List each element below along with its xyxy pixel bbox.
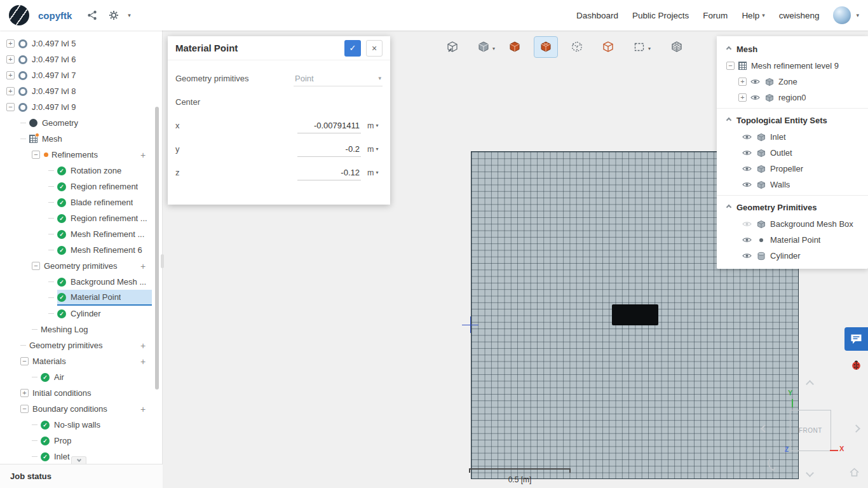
scene-item-outlet[interactable]: Outlet xyxy=(717,145,868,161)
scene-item-cylinder[interactable]: Cylinder xyxy=(717,248,868,264)
expand-icon[interactable] xyxy=(738,78,747,86)
user-menu[interactable]: ▾ xyxy=(833,6,859,24)
tree-item-j0497-lvl7[interactable]: J:0.497 lvl 7 xyxy=(0,67,162,83)
scene-item-walls[interactable]: Walls xyxy=(717,177,868,193)
visibility-eye-off-icon[interactable] xyxy=(742,220,752,227)
collapse-icon[interactable] xyxy=(6,103,15,111)
visibility-eye-icon[interactable] xyxy=(742,149,752,156)
z-input[interactable] xyxy=(297,165,361,180)
scene-item-propeller[interactable]: Propeller xyxy=(717,161,868,177)
nav-forum[interactable]: Forum xyxy=(703,11,728,20)
geometry-primitives-select[interactable]: Point ▾ xyxy=(294,71,383,86)
scene-item-inlet[interactable]: Inlet xyxy=(717,129,868,145)
visibility-eye-icon[interactable] xyxy=(742,133,752,140)
add-primitive-icon[interactable] xyxy=(138,341,148,351)
tree-item-background-mesh[interactable]: Background Mesh ... xyxy=(0,274,162,290)
transparent-view-icon[interactable] xyxy=(597,37,620,57)
collapse-icon[interactable] xyxy=(20,357,29,365)
selected-row-highlight[interactable]: Material Point xyxy=(57,290,152,306)
visibility-eye-icon[interactable] xyxy=(742,252,752,259)
visibility-eye-icon[interactable] xyxy=(750,78,760,85)
user-avatar[interactable] xyxy=(833,6,851,24)
expand-icon[interactable] xyxy=(6,39,15,48)
edit-mesh-icon[interactable] xyxy=(441,37,464,57)
expand-icon[interactable] xyxy=(738,93,747,102)
panel-resize-handle[interactable] xyxy=(161,254,164,268)
expand-icon[interactable] xyxy=(6,71,15,79)
tree-item-materials[interactable]: Materials xyxy=(0,353,162,369)
visibility-eye-icon[interactable] xyxy=(742,236,752,243)
visibility-eye-icon[interactable] xyxy=(742,181,752,188)
collapse-icon[interactable] xyxy=(32,151,40,159)
y-input[interactable] xyxy=(297,142,361,157)
user-menu-caret-icon[interactable]: ▾ xyxy=(856,13,859,18)
tree-item-boundary-conditions[interactable]: Boundary conditions xyxy=(0,401,162,417)
tree-item-prop[interactable]: Prop xyxy=(0,433,162,449)
tree-item-mesh[interactable]: Mesh xyxy=(0,131,162,147)
box-selection-caret-icon[interactable]: ▾ xyxy=(648,46,651,51)
job-status-bar[interactable]: Job status xyxy=(0,464,163,488)
tree-item-meshing-log[interactable]: Meshing Log xyxy=(0,322,162,337)
tree-item-blade-refinement[interactable]: Blade refinement xyxy=(0,194,162,210)
collapse-section-icon[interactable] xyxy=(726,205,731,210)
y-unit-select[interactable]: m▾ xyxy=(361,145,383,154)
tree-item-geometry-primitives[interactable]: Geometry primitives xyxy=(0,258,162,274)
collapse-icon[interactable] xyxy=(726,62,735,70)
volume-mesh-view-icon[interactable] xyxy=(534,37,557,57)
add-boundary-condition-icon[interactable] xyxy=(138,404,148,414)
tree-item-air[interactable]: Air xyxy=(0,369,162,385)
nav-public-projects[interactable]: Public Projects xyxy=(632,11,689,20)
scene-section-geometry-primitives-header[interactable]: Geometry Primitives xyxy=(717,198,868,216)
tree-item-geometry[interactable]: Geometry xyxy=(0,115,162,131)
tree-item-mesh-refinement-6[interactable]: Mesh Refinement 6 xyxy=(0,242,162,258)
collapse-section-icon[interactable] xyxy=(726,118,731,123)
share-icon[interactable] xyxy=(85,8,100,23)
username[interactable]: cweisheng xyxy=(779,11,820,20)
wireframe-view-icon[interactable] xyxy=(566,37,588,57)
collapse-icon[interactable] xyxy=(32,262,40,270)
z-unit-select[interactable]: m▾ xyxy=(361,168,383,177)
box-selection-icon[interactable]: ▾ xyxy=(628,37,651,57)
mesh-clip-icon[interactable] xyxy=(665,37,688,57)
tree-item-j0497-lvl5[interactable]: J:0.497 lvl 5 xyxy=(0,36,162,51)
tree-item-geometry-primitives-2[interactable]: Geometry primitives xyxy=(0,337,162,353)
confirm-button[interactable] xyxy=(344,40,361,57)
settings-gear-icon[interactable] xyxy=(106,8,121,23)
propeller-geometry[interactable] xyxy=(612,304,658,325)
x-input[interactable] xyxy=(297,118,361,133)
surface-mesh-view-icon[interactable] xyxy=(503,37,526,57)
scene-item-zone[interactable]: Zone xyxy=(717,74,868,90)
tree-item-no-slip-walls[interactable]: No-slip walls xyxy=(0,417,162,433)
add-material-icon[interactable] xyxy=(138,356,148,367)
tree-item-j0497-lvl8[interactable]: J:0.497 lvl 8 xyxy=(0,83,162,99)
collapse-icon[interactable] xyxy=(20,405,29,413)
x-unit-select[interactable]: m▾ xyxy=(361,121,383,130)
add-refinement-icon[interactable] xyxy=(138,150,148,160)
add-primitive-icon[interactable] xyxy=(138,261,148,271)
roll-view-icon[interactable] xyxy=(766,458,782,475)
bug-report-icon[interactable] xyxy=(851,360,862,370)
tree-item-refinements[interactable]: Refinements xyxy=(0,147,162,163)
tree-item-cylinder[interactable]: Cylinder xyxy=(0,306,162,322)
visibility-eye-icon[interactable] xyxy=(750,94,760,101)
nav-dashboard[interactable]: Dashboard xyxy=(576,11,618,20)
tree-item-initial-conditions[interactable]: Initial conditions xyxy=(0,385,162,401)
tree-item-material-point[interactable]: Material Point xyxy=(0,290,162,306)
expand-icon[interactable] xyxy=(6,55,15,64)
solid-view-caret-icon[interactable]: ▾ xyxy=(492,46,495,51)
visibility-eye-icon[interactable] xyxy=(742,165,752,172)
orientation-cube[interactable]: FRONT xyxy=(790,410,831,451)
scene-item-mesh-refinement-level-9[interactable]: Mesh refinement level 9 xyxy=(717,58,868,74)
tree-item-rotation-zone[interactable]: Rotation zone xyxy=(0,163,162,179)
close-button[interactable] xyxy=(366,40,383,57)
tree-item-j0497-lvl9[interactable]: J:0.497 lvl 9 xyxy=(0,99,162,115)
scene-item-region0[interactable]: region0 xyxy=(717,90,868,105)
solid-view-icon[interactable]: ▾ xyxy=(472,37,495,57)
expand-icon[interactable] xyxy=(20,389,29,397)
scene-section-topological-header[interactable]: Topological Entity Sets xyxy=(717,111,868,129)
tree-item-region-refinement-2[interactable]: Region refinement ... xyxy=(0,210,162,226)
nav-help[interactable]: Help ▾ xyxy=(742,11,764,20)
tree-item-region-refinement[interactable]: Region refinement xyxy=(0,179,162,194)
scene-item-material-point[interactable]: Material Point xyxy=(717,232,868,248)
home-view-icon[interactable] xyxy=(849,468,860,479)
